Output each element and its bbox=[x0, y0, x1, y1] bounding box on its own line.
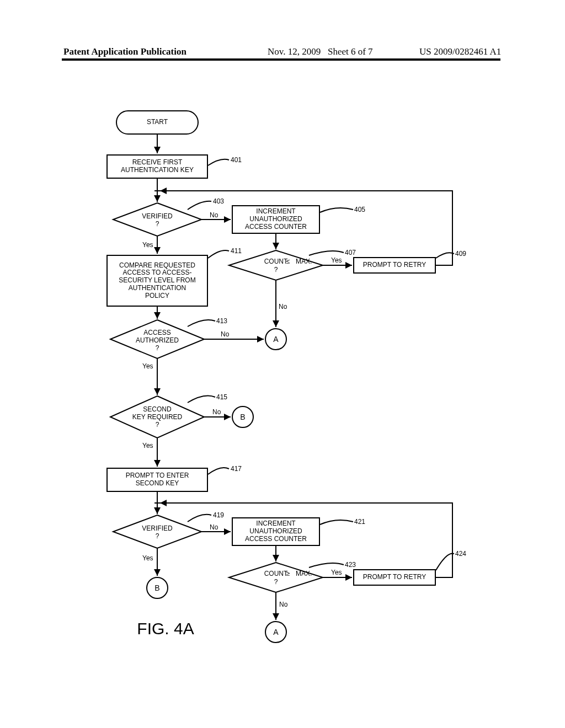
svg-text:No: No bbox=[279, 303, 287, 311]
svg-text:No: No bbox=[279, 601, 288, 608]
svg-text:403: 403 bbox=[213, 197, 224, 205]
header-publication: Patent Application Publication bbox=[0, 46, 268, 57]
svg-text:423: 423 bbox=[345, 561, 356, 569]
svg-text:?: ? bbox=[274, 266, 278, 274]
svg-text:SECOND: SECOND bbox=[143, 405, 172, 413]
svg-text:Yes: Yes bbox=[142, 554, 153, 562]
svg-text:413: 413 bbox=[216, 317, 227, 325]
flow-start: START bbox=[116, 110, 199, 135]
svg-text:421: 421 bbox=[354, 518, 365, 526]
svg-text:≥: ≥ bbox=[286, 570, 290, 577]
flow-node-417: PROMPT TO ENTER SECOND KEY bbox=[106, 468, 208, 492]
flow-offpage-a-upper: A bbox=[265, 328, 287, 350]
flow-node-421: INCREMENT UNAUTHORIZED ACCESS COUNTER bbox=[232, 517, 320, 546]
svg-text:?: ? bbox=[156, 421, 159, 429]
svg-text:415: 415 bbox=[216, 393, 227, 401]
svg-text:Yes: Yes bbox=[331, 569, 342, 576]
page-header: Patent Application Publication Nov. 12, … bbox=[0, 46, 565, 57]
svg-text:405: 405 bbox=[354, 206, 365, 213]
header-date-text: Nov. 12, 2009 bbox=[268, 46, 321, 57]
flowchart-svg: VERIFIED ? COUNT MAX. ≤ ? ACCESS AUTHORI… bbox=[0, 0, 565, 728]
svg-text:VERIFIED: VERIFIED bbox=[142, 212, 173, 220]
svg-marker-8 bbox=[110, 320, 204, 358]
header-rule bbox=[62, 58, 500, 61]
svg-text:VERIFIED: VERIFIED bbox=[142, 524, 173, 532]
svg-text:417: 417 bbox=[231, 465, 242, 473]
flow-offpage-b-lower: B bbox=[146, 577, 168, 599]
svg-text:No: No bbox=[210, 211, 218, 219]
flow-offpage-a-lower: A bbox=[265, 621, 287, 643]
svg-text:Yes: Yes bbox=[142, 241, 153, 249]
svg-text:≤: ≤ bbox=[286, 258, 290, 265]
flow-node-411: COMPARE REQUESTED ACCESS TO ACCESS- SECU… bbox=[106, 255, 208, 307]
svg-text:No: No bbox=[221, 330, 230, 338]
svg-text:Yes: Yes bbox=[142, 442, 153, 449]
header-date: Nov. 12, 2009 Sheet 6 of 7 bbox=[268, 46, 419, 57]
svg-text:407: 407 bbox=[345, 249, 356, 256]
flow-offpage-b-upper: B bbox=[232, 406, 254, 428]
svg-text:?: ? bbox=[156, 220, 159, 228]
svg-text:?: ? bbox=[156, 532, 159, 540]
svg-text:COUNT: COUNT bbox=[264, 258, 288, 265]
svg-text:MAX.: MAX. bbox=[296, 258, 312, 265]
svg-text:?: ? bbox=[274, 578, 278, 586]
svg-text:COUNT: COUNT bbox=[264, 570, 288, 577]
svg-marker-19 bbox=[229, 563, 323, 592]
svg-text:Yes: Yes bbox=[331, 256, 342, 264]
svg-text:Yes: Yes bbox=[142, 362, 153, 370]
header-pubno: US 2009/0282461 A1 bbox=[419, 46, 563, 57]
svg-marker-0 bbox=[113, 203, 201, 236]
svg-marker-3 bbox=[229, 250, 323, 280]
svg-text:419: 419 bbox=[213, 511, 224, 519]
header-sheet: Sheet 6 of 7 bbox=[328, 46, 373, 57]
svg-text:ACCESS: ACCESS bbox=[143, 329, 170, 336]
svg-text:401: 401 bbox=[231, 156, 242, 164]
figure-caption: FIG. 4A bbox=[121, 618, 210, 640]
flow-node-424: PROMPT TO RETRY bbox=[353, 569, 436, 586]
svg-text:MAX.: MAX. bbox=[296, 570, 312, 577]
svg-text:AUTHORIZED: AUTHORIZED bbox=[136, 336, 179, 344]
flow-node-401: RECEIVE FIRST AUTHENTICATION KEY bbox=[106, 154, 208, 179]
flow-node-409: PROMPT TO RETRY bbox=[353, 257, 436, 274]
svg-text:409: 409 bbox=[455, 250, 466, 258]
svg-text:No: No bbox=[212, 408, 221, 416]
svg-text:411: 411 bbox=[231, 247, 242, 255]
svg-marker-16 bbox=[113, 515, 201, 548]
svg-text:KEY REQUIRED: KEY REQUIRED bbox=[132, 413, 183, 421]
svg-text:424: 424 bbox=[455, 550, 466, 558]
svg-text:No: No bbox=[210, 523, 218, 531]
svg-marker-12 bbox=[110, 396, 204, 438]
svg-text:?: ? bbox=[156, 344, 159, 352]
flow-node-405: INCREMENT UNAUTHORIZED ACCESS COUNTER bbox=[232, 205, 320, 234]
